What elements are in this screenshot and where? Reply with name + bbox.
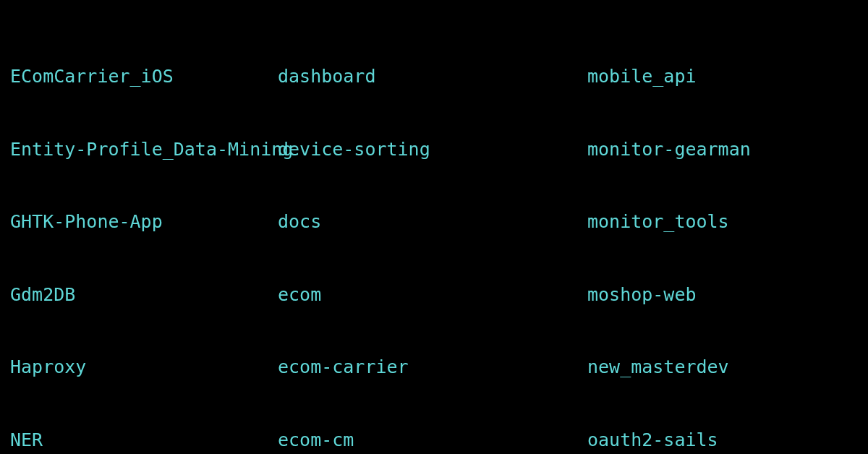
terminal-output: EComCarrier_iOS Entity-Profile_Data-Mini…	[10, 16, 868, 454]
directory-entry: Haproxy	[10, 355, 278, 380]
directory-entry: device-sorting	[278, 137, 587, 162]
directory-entry: oauth2-sails	[587, 428, 783, 453]
directory-entry: ecom-cm	[278, 428, 587, 453]
directory-entry: monitor_tools	[587, 210, 783, 234]
directory-entry: moshop-web	[587, 283, 783, 307]
directory-entry: ecom	[278, 283, 587, 307]
directory-entry: docs	[278, 210, 587, 234]
directory-entry: Entity-Profile_Data-Mining	[10, 137, 278, 162]
ls-column-2: dashboard device-sorting docs ecom ecom-…	[278, 16, 587, 454]
directory-entry: Gdm2DB	[10, 283, 278, 307]
directory-entry: mobile_api	[587, 64, 783, 89]
ls-column-3: mobile_api monitor-gearman monitor_tools…	[587, 16, 783, 454]
directory-entry: ecom-carrier	[278, 355, 587, 380]
directory-entry: GHTK-Phone-App	[10, 210, 278, 234]
ls-column-1: EComCarrier_iOS Entity-Profile_Data-Mini…	[10, 16, 278, 454]
directory-entry: NER	[10, 428, 278, 453]
directory-entry: monitor-gearman	[587, 137, 783, 162]
directory-entry: dashboard	[278, 64, 587, 89]
directory-entry: EComCarrier_iOS	[10, 64, 278, 89]
directory-entry: new_masterdev	[587, 355, 783, 380]
